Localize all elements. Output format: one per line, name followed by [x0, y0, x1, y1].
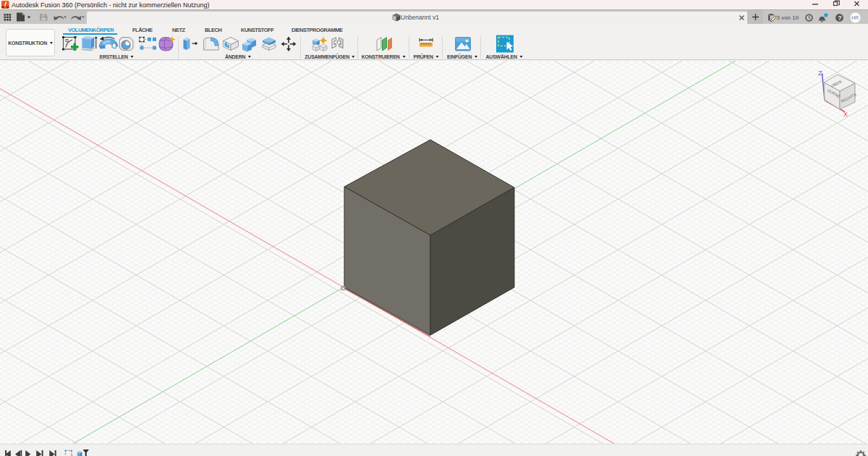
svg-text:3 von 10: 3 von 10 [777, 14, 799, 21]
svg-text:HR: HR [851, 15, 859, 20]
svg-text:Z: Z [818, 69, 822, 77]
svg-text:?: ? [838, 14, 842, 22]
svg-text:X: X [843, 111, 848, 118]
